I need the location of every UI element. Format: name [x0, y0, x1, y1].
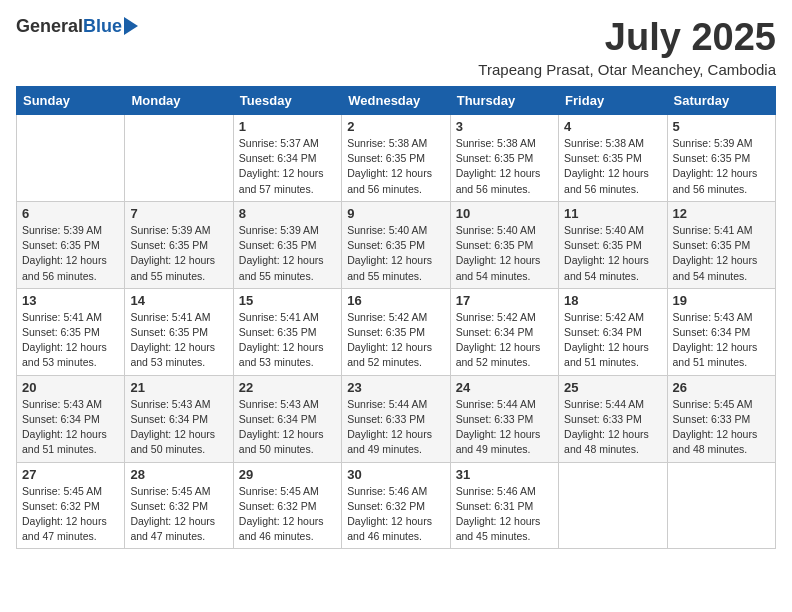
calendar-cell: 5Sunrise: 5:39 AMSunset: 6:35 PMDaylight…	[667, 115, 775, 202]
day-number: 26	[673, 380, 770, 395]
calendar-cell: 19Sunrise: 5:43 AMSunset: 6:34 PMDayligh…	[667, 288, 775, 375]
cell-info: Sunrise: 5:45 AMSunset: 6:32 PMDaylight:…	[22, 484, 119, 545]
calendar-cell: 27Sunrise: 5:45 AMSunset: 6:32 PMDayligh…	[17, 462, 125, 549]
calendar-cell: 15Sunrise: 5:41 AMSunset: 6:35 PMDayligh…	[233, 288, 341, 375]
day-number: 27	[22, 467, 119, 482]
calendar-cell: 28Sunrise: 5:45 AMSunset: 6:32 PMDayligh…	[125, 462, 233, 549]
day-number: 6	[22, 206, 119, 221]
day-number: 2	[347, 119, 444, 134]
cell-info: Sunrise: 5:43 AMSunset: 6:34 PMDaylight:…	[239, 397, 336, 458]
cell-info: Sunrise: 5:40 AMSunset: 6:35 PMDaylight:…	[564, 223, 661, 284]
month-year-title: July 2025	[478, 16, 776, 59]
day-number: 3	[456, 119, 553, 134]
calendar-cell: 24Sunrise: 5:44 AMSunset: 6:33 PMDayligh…	[450, 375, 558, 462]
calendar-cell: 31Sunrise: 5:46 AMSunset: 6:31 PMDayligh…	[450, 462, 558, 549]
cell-info: Sunrise: 5:38 AMSunset: 6:35 PMDaylight:…	[564, 136, 661, 197]
cell-info: Sunrise: 5:42 AMSunset: 6:34 PMDaylight:…	[456, 310, 553, 371]
cell-info: Sunrise: 5:45 AMSunset: 6:32 PMDaylight:…	[239, 484, 336, 545]
calendar-cell: 22Sunrise: 5:43 AMSunset: 6:34 PMDayligh…	[233, 375, 341, 462]
calendar-week-row: 6Sunrise: 5:39 AMSunset: 6:35 PMDaylight…	[17, 201, 776, 288]
day-number: 15	[239, 293, 336, 308]
day-number: 22	[239, 380, 336, 395]
column-header-friday: Friday	[559, 87, 667, 115]
calendar-cell: 1Sunrise: 5:37 AMSunset: 6:34 PMDaylight…	[233, 115, 341, 202]
logo: General Blue	[16, 16, 138, 37]
calendar-cell: 30Sunrise: 5:46 AMSunset: 6:32 PMDayligh…	[342, 462, 450, 549]
day-number: 14	[130, 293, 227, 308]
calendar-table: SundayMondayTuesdayWednesdayThursdayFrid…	[16, 86, 776, 549]
day-number: 5	[673, 119, 770, 134]
day-number: 17	[456, 293, 553, 308]
calendar-cell: 14Sunrise: 5:41 AMSunset: 6:35 PMDayligh…	[125, 288, 233, 375]
calendar-cell: 16Sunrise: 5:42 AMSunset: 6:35 PMDayligh…	[342, 288, 450, 375]
calendar-cell: 11Sunrise: 5:40 AMSunset: 6:35 PMDayligh…	[559, 201, 667, 288]
day-number: 1	[239, 119, 336, 134]
day-number: 4	[564, 119, 661, 134]
logo-general-text: General	[16, 16, 83, 37]
day-number: 7	[130, 206, 227, 221]
calendar-cell: 12Sunrise: 5:41 AMSunset: 6:35 PMDayligh…	[667, 201, 775, 288]
calendar-cell: 20Sunrise: 5:43 AMSunset: 6:34 PMDayligh…	[17, 375, 125, 462]
day-number: 31	[456, 467, 553, 482]
calendar-cell: 18Sunrise: 5:42 AMSunset: 6:34 PMDayligh…	[559, 288, 667, 375]
day-number: 28	[130, 467, 227, 482]
calendar-cell: 17Sunrise: 5:42 AMSunset: 6:34 PMDayligh…	[450, 288, 558, 375]
day-number: 11	[564, 206, 661, 221]
day-number: 10	[456, 206, 553, 221]
day-number: 13	[22, 293, 119, 308]
day-number: 24	[456, 380, 553, 395]
calendar-cell	[125, 115, 233, 202]
calendar-week-row: 20Sunrise: 5:43 AMSunset: 6:34 PMDayligh…	[17, 375, 776, 462]
cell-info: Sunrise: 5:38 AMSunset: 6:35 PMDaylight:…	[347, 136, 444, 197]
calendar-cell: 26Sunrise: 5:45 AMSunset: 6:33 PMDayligh…	[667, 375, 775, 462]
cell-info: Sunrise: 5:43 AMSunset: 6:34 PMDaylight:…	[22, 397, 119, 458]
day-number: 20	[22, 380, 119, 395]
cell-info: Sunrise: 5:44 AMSunset: 6:33 PMDaylight:…	[564, 397, 661, 458]
calendar-week-row: 27Sunrise: 5:45 AMSunset: 6:32 PMDayligh…	[17, 462, 776, 549]
calendar-cell: 25Sunrise: 5:44 AMSunset: 6:33 PMDayligh…	[559, 375, 667, 462]
calendar-cell	[17, 115, 125, 202]
cell-info: Sunrise: 5:40 AMSunset: 6:35 PMDaylight:…	[456, 223, 553, 284]
cell-info: Sunrise: 5:42 AMSunset: 6:34 PMDaylight:…	[564, 310, 661, 371]
calendar-cell: 23Sunrise: 5:44 AMSunset: 6:33 PMDayligh…	[342, 375, 450, 462]
cell-info: Sunrise: 5:39 AMSunset: 6:35 PMDaylight:…	[22, 223, 119, 284]
calendar-cell: 6Sunrise: 5:39 AMSunset: 6:35 PMDaylight…	[17, 201, 125, 288]
day-number: 9	[347, 206, 444, 221]
page-header: General Blue July 2025 Trapeang Prasat, …	[16, 16, 776, 78]
logo-blue-text: Blue	[83, 16, 122, 37]
cell-info: Sunrise: 5:41 AMSunset: 6:35 PMDaylight:…	[673, 223, 770, 284]
calendar-cell: 7Sunrise: 5:39 AMSunset: 6:35 PMDaylight…	[125, 201, 233, 288]
cell-info: Sunrise: 5:44 AMSunset: 6:33 PMDaylight:…	[456, 397, 553, 458]
day-number: 8	[239, 206, 336, 221]
day-number: 12	[673, 206, 770, 221]
calendar-cell: 3Sunrise: 5:38 AMSunset: 6:35 PMDaylight…	[450, 115, 558, 202]
calendar-cell: 13Sunrise: 5:41 AMSunset: 6:35 PMDayligh…	[17, 288, 125, 375]
cell-info: Sunrise: 5:46 AMSunset: 6:32 PMDaylight:…	[347, 484, 444, 545]
cell-info: Sunrise: 5:43 AMSunset: 6:34 PMDaylight:…	[673, 310, 770, 371]
location-subtitle: Trapeang Prasat, Otar Meanchey, Cambodia	[478, 61, 776, 78]
cell-info: Sunrise: 5:44 AMSunset: 6:33 PMDaylight:…	[347, 397, 444, 458]
calendar-cell: 29Sunrise: 5:45 AMSunset: 6:32 PMDayligh…	[233, 462, 341, 549]
cell-info: Sunrise: 5:38 AMSunset: 6:35 PMDaylight:…	[456, 136, 553, 197]
column-header-saturday: Saturday	[667, 87, 775, 115]
column-header-tuesday: Tuesday	[233, 87, 341, 115]
calendar-cell: 21Sunrise: 5:43 AMSunset: 6:34 PMDayligh…	[125, 375, 233, 462]
day-number: 30	[347, 467, 444, 482]
day-number: 19	[673, 293, 770, 308]
calendar-cell: 8Sunrise: 5:39 AMSunset: 6:35 PMDaylight…	[233, 201, 341, 288]
logo-arrow-icon	[124, 17, 138, 35]
calendar-cell: 4Sunrise: 5:38 AMSunset: 6:35 PMDaylight…	[559, 115, 667, 202]
calendar-cell: 2Sunrise: 5:38 AMSunset: 6:35 PMDaylight…	[342, 115, 450, 202]
column-header-monday: Monday	[125, 87, 233, 115]
cell-info: Sunrise: 5:41 AMSunset: 6:35 PMDaylight:…	[130, 310, 227, 371]
day-number: 29	[239, 467, 336, 482]
day-number: 23	[347, 380, 444, 395]
cell-info: Sunrise: 5:45 AMSunset: 6:33 PMDaylight:…	[673, 397, 770, 458]
title-block: July 2025 Trapeang Prasat, Otar Meanchey…	[478, 16, 776, 78]
calendar-week-row: 1Sunrise: 5:37 AMSunset: 6:34 PMDaylight…	[17, 115, 776, 202]
cell-info: Sunrise: 5:42 AMSunset: 6:35 PMDaylight:…	[347, 310, 444, 371]
cell-info: Sunrise: 5:46 AMSunset: 6:31 PMDaylight:…	[456, 484, 553, 545]
calendar-cell	[559, 462, 667, 549]
cell-info: Sunrise: 5:40 AMSunset: 6:35 PMDaylight:…	[347, 223, 444, 284]
cell-info: Sunrise: 5:39 AMSunset: 6:35 PMDaylight:…	[673, 136, 770, 197]
